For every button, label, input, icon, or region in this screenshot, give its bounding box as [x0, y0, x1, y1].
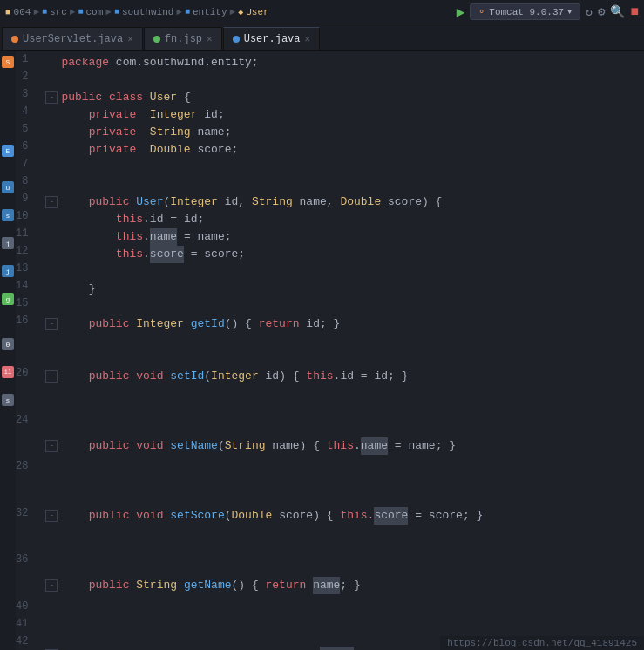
breadcrumb-004[interactable]: 004 — [14, 7, 31, 17]
fold-marker-28[interactable]: - — [45, 510, 58, 522]
settings-icon[interactable]: ⚙ — [598, 4, 605, 19]
code-line-skip6 — [45, 455, 644, 472]
code-line-13 — [45, 263, 644, 281]
fold-marker-20[interactable]: - — [45, 370, 58, 383]
ln-10: 10 — [16, 207, 35, 225]
ln-20: 20 — [16, 364, 35, 382]
fold-marker-32[interactable]: - — [45, 579, 58, 592]
toolbar-right: ▶ ⚬ Tomcat 9.0.37 ▼ ↻ ⚙ 🔍 ■ — [457, 3, 639, 21]
code-editor: 1 2 3 4 5 6 7 8 9 10 11 12 13 14 15 16 1… — [16, 51, 644, 650]
search-icon[interactable]: 🔍 — [610, 4, 625, 19]
breadcrumb-sep4: ► — [176, 7, 182, 17]
code-line-skip1 — [45, 333, 644, 350]
fold-marker-9[interactable]: - — [45, 196, 58, 208]
breadcrumb-user[interactable]: User — [246, 7, 268, 17]
side-icon-5[interactable]: j — [2, 237, 14, 249]
code-line-4: private Integer id; — [45, 106, 644, 124]
side-icon-8[interactable]: 0 — [2, 338, 14, 350]
side-icon-7[interactable]: g — [2, 293, 14, 305]
ln-16: 16 — [16, 312, 35, 329]
code-line-skip4 — [45, 403, 644, 420]
code-line-6: private Double score; — [45, 141, 644, 159]
side-icon-2[interactable]: E — [2, 145, 14, 157]
tab-userservlet-close[interactable]: ✕ — [127, 33, 133, 44]
editor-area: S E u s j j g 0 il s 1 2 3 4 5 6 7 8 9 — [0, 51, 644, 650]
breadcrumb-entity[interactable]: entity — [193, 7, 227, 17]
line-numbers: 1 2 3 4 5 6 7 8 9 10 11 12 13 14 15 16 1… — [16, 51, 35, 650]
class-icon: ◆ — [238, 7, 243, 17]
refresh-icon[interactable]: ↻ — [586, 4, 593, 19]
ln-9: 9 — [16, 190, 35, 207]
breadcrumb-southwind[interactable]: southwind — [122, 7, 173, 17]
code-line-12: this.score = score; — [45, 246, 644, 263]
top-bar: ■ 004 ► ■ src ► ■ com ► ■ southwind ► ■ … — [0, 0, 644, 24]
ln-40: 40 — [16, 598, 35, 615]
code-line-skip13 — [45, 612, 644, 629]
tab-userservlet[interactable]: UserServlet.java ✕ — [2, 27, 143, 50]
ln-41: 41 — [16, 615, 35, 633]
ln-13: 13 — [16, 260, 35, 277]
ln-5: 5 — [16, 120, 35, 138]
ln-11: 11 — [16, 225, 35, 242]
window-close-icon[interactable]: ■ — [630, 4, 639, 20]
side-icons: S E u s j j g 0 il s — [0, 51, 16, 650]
ln-24: 24 — [16, 411, 35, 429]
code-line-2 — [45, 71, 644, 89]
ln-6: 6 — [16, 138, 35, 155]
fold-marker-3[interactable]: - — [45, 91, 58, 104]
code-line-32: - public String getName() { return name;… — [45, 577, 644, 594]
code-line-9: - public User(Integer id, String name, D… — [45, 193, 644, 211]
side-icon-10[interactable]: s — [2, 394, 14, 406]
code-line-skip8 — [45, 490, 644, 507]
side-icon-1[interactable]: S — [2, 56, 14, 68]
tab-fnjsp-close[interactable]: ✕ — [207, 33, 213, 44]
code-line-skip11 — [45, 559, 644, 577]
breadcrumb-com[interactable]: com — [85, 7, 103, 17]
side-icon-3[interactable]: u — [2, 181, 14, 193]
ln-42: 42 — [16, 633, 35, 650]
tab-userjava-close[interactable]: ✕ — [305, 33, 311, 44]
breadcrumb-sep5: ► — [230, 7, 236, 17]
fold-marker-24[interactable]: - — [45, 440, 58, 452]
ln-1: 1 — [16, 51, 35, 68]
side-icon-6[interactable]: j — [2, 265, 14, 277]
ln-36: 36 — [16, 551, 35, 568]
code-line-14: } — [45, 281, 644, 298]
folder-icon-entity: ■ — [185, 7, 190, 17]
ln-28: 28 — [16, 457, 35, 475]
ln-7: 7 — [16, 155, 35, 173]
code-content[interactable]: package com.southwind.entity; - public c… — [35, 51, 644, 650]
tomcat-icon: ⚬ — [478, 6, 485, 17]
chevron-down-icon: ▼ — [567, 8, 572, 17]
code-line-skip3 — [45, 385, 644, 403]
tab-fnjsp[interactable]: fn.jsp ✕ — [144, 27, 222, 50]
tab-userservlet-label: UserServlet.java — [23, 33, 123, 45]
code-line-1: package com.southwind.entity; — [45, 54, 644, 71]
code-line-skip5 — [45, 420, 644, 437]
tab-userjava-dot — [233, 36, 240, 43]
code-line-28: - public void setScore(Double score) { t… — [45, 507, 644, 525]
run-icon[interactable]: ▶ — [457, 3, 465, 21]
tab-userjava[interactable]: User.java ✕ — [223, 27, 320, 50]
fold-marker-16[interactable]: - — [45, 318, 58, 330]
side-icon-9[interactable]: il — [2, 366, 14, 378]
breadcrumb-src[interactable]: src — [50, 7, 67, 17]
code-line-skip10 — [45, 542, 644, 559]
code-line-7 — [45, 159, 644, 176]
code-line-15 — [45, 298, 644, 315]
tab-fnjsp-label: fn.jsp — [165, 33, 202, 45]
tomcat-button[interactable]: ⚬ Tomcat 9.0.37 ▼ — [470, 3, 580, 20]
breadcrumb: ■ 004 ► ■ src ► ■ com ► ■ southwind ► ■ … — [5, 7, 453, 17]
code-line-skip12 — [45, 594, 644, 612]
folder-icon-sw: ■ — [114, 7, 119, 17]
ln-3: 3 — [16, 85, 35, 103]
status-url: https://blog.csdn.net/qq_41891425 — [447, 638, 637, 648]
breadcrumb-sep2: ► — [70, 7, 76, 17]
breadcrumb-sep3: ► — [105, 7, 112, 17]
ln-2: 2 — [16, 68, 35, 85]
code-line-5: private String name; — [45, 124, 644, 141]
side-icon-4[interactable]: s — [2, 209, 14, 221]
code-line-11: this.name = name; — [45, 228, 644, 246]
status-bar: https://blog.csdn.net/qq_41891425 — [440, 636, 644, 650]
code-line-3: - public class User { — [45, 89, 644, 106]
